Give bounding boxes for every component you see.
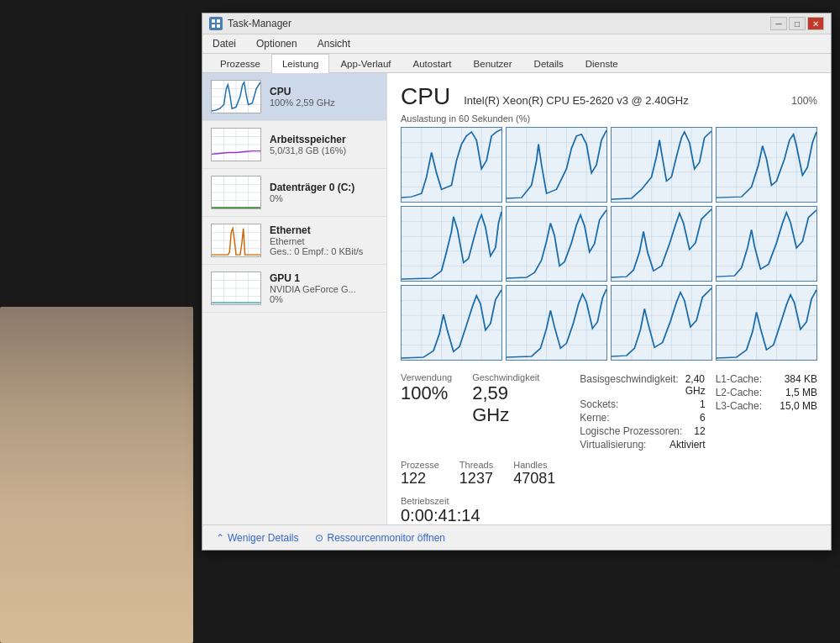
window-title: Task-Manager [228,18,291,29]
logische-key: Logische Prozessoren: [580,425,682,437]
tab-app-verlauf[interactable]: App-Verlauf [329,54,402,73]
l2-val: 1,5 MB [785,387,817,398]
sidebar: CPU 100% 2,59 GHz [202,73,387,530]
verwendung-value: 100% [401,382,452,404]
minimize-button[interactable]: ─ [770,17,787,30]
svg-rect-0 [212,19,215,23]
core-graph-7 [611,206,712,282]
prozesse-value: 122 [401,470,439,488]
sidebar-disk-value: 0% [270,193,378,203]
info-l3: L3-Cache: 15,0 MB [716,399,817,413]
sidebar-disk-info: Datenträger 0 (C:) 0% [270,182,378,203]
info-sockets: Sockets: 1 [580,398,705,411]
sidebar-gpu-label: GPU 1 [270,272,378,284]
info-right: L1-Cache: 384 KB L2-Cache: 1,5 MB L3-Cac… [716,372,817,451]
cpu-max-percent: 100% [791,95,817,107]
menu-optionen[interactable]: Optionen [253,36,301,51]
stat-prozesse: Prozesse 122 [401,460,439,488]
sidebar-cpu-info: CPU 100% 2,59 GHz [270,86,378,108]
logische-val: 12 [694,425,705,437]
svg-rect-2 [212,24,215,28]
sockets-key: Sockets: [580,398,618,410]
l1-val: 384 KB [785,373,817,385]
virtualisierung-key: Virtualisierung: [580,439,646,451]
resource-icon: ⊙ [315,532,323,544]
sidebar-gpu-info: GPU 1 NVIDIA GeForce G... 0% [270,272,378,304]
sidebar-disk-label: Datenträger 0 (C:) [270,182,378,193]
prozesse-label: Prozesse [401,460,439,470]
sidebar-cpu-graph [211,80,261,113]
geschwindigkeit-label: Geschwindigkeit [472,372,539,382]
info-logische: Logische Prozessoren: 12 [580,424,705,438]
l3-val: 15,0 MB [780,400,817,412]
maximize-button[interactable]: □ [789,17,806,30]
less-details-label: Weniger Details [228,532,298,544]
core-graph-3 [611,127,712,203]
sidebar-mem-value: 5,0/31,8 GB (16%) [270,145,378,155]
sidebar-cpu-label: CPU [270,86,378,98]
title-bar: Task-Manager ─ □ ✕ [202,13,831,34]
stat-handles: Handles 47081 [513,460,555,488]
close-button[interactable]: ✕ [807,17,824,30]
menu-datei[interactable]: Datei [209,36,239,51]
betriebszeit-label: Betriebszeit [401,496,817,506]
l3-key: L3-Cache: [716,400,762,412]
taskmanager-window: Task-Manager ─ □ ✕ Datei Optionen Ansich… [202,13,832,551]
info-left: Basisgeschwindigkeit: 2,40 GHz Sockets: … [580,372,705,451]
sidebar-mem-info: Arbeitsspeicher 5,0/31,8 GB (16%) [270,134,378,155]
sidebar-item-memory[interactable]: Arbeitsspeicher 5,0/31,8 GB (16%) [202,121,386,169]
kerne-val: 6 [700,412,706,424]
tab-details[interactable]: Details [523,54,575,73]
l1-key: L1-Cache: [716,373,762,385]
sidebar-gpu-value2: 0% [270,294,378,304]
sidebar-gpu-value1: NVIDIA GeForce G... [270,284,378,294]
l2-key: L2-Cache: [716,387,762,398]
room-background [0,307,193,643]
core-graph-1 [401,127,502,203]
cpu-model: Intel(R) Xeon(R) CPU E5-2620 v3 @ 2.40GH… [464,94,689,107]
core-graph-2 [506,127,607,203]
basis-key: Basisgeschwindigkeit: [580,373,678,397]
betriebszeit-value: 0:00:41:14 [401,506,817,525]
geschwindigkeit-value: 2,59 GHz [472,382,539,426]
core-graph-11 [611,285,712,361]
sockets-val: 1 [700,398,706,410]
info-virtualisierung: Virtualisierung: Aktiviert [580,438,705,451]
sidebar-gpu-graph [211,271,261,305]
stat-verwendung: Verwendung 100% [401,372,452,451]
core-graph-4 [716,127,817,203]
sidebar-mem-label: Arbeitsspeicher [270,134,378,145]
chevron-up-icon: ⌃ [216,532,224,544]
core-graph-8 [716,206,817,282]
tab-dienste[interactable]: Dienste [575,54,629,73]
sidebar-eth-graph [211,224,261,257]
right-panel: CPU Intel(R) Xeon(R) CPU E5-2620 v3 @ 2.… [387,73,831,530]
sidebar-item-cpu[interactable]: CPU 100% 2,59 GHz [202,73,386,121]
info-basisgeschwindigkeit: Basisgeschwindigkeit: 2,40 GHz [580,372,705,398]
sidebar-eth-value2: Ges.: 0 Empf.: 0 KBit/s [270,246,378,256]
tab-autostart[interactable]: Autostart [402,54,463,73]
stat-geschwindigkeit: Geschwindigkeit 2,59 GHz [472,372,539,451]
menu-ansicht[interactable]: Ansicht [314,36,354,51]
graph-label: Auslastung in 60 Sekunden (%) [401,113,817,124]
main-content: CPU 100% 2,59 GHz [202,73,831,530]
sidebar-item-disk[interactable]: Datenträger 0 (C:) 0% [202,169,386,217]
tab-benutzer[interactable]: Benutzer [463,54,523,73]
sidebar-eth-info: Ethernet Ethernet Ges.: 0 Empf.: 0 KBit/… [270,224,378,256]
threads-value: 1237 [459,470,493,488]
sidebar-item-ethernet[interactable]: Ethernet Ethernet Ges.: 0 Empf.: 0 KBit/… [202,217,386,265]
sidebar-mem-graph [211,128,261,161]
less-details-link[interactable]: ⌃ Weniger Details [216,532,298,544]
handles-label: Handles [513,460,555,470]
info-kerne: Kerne: 6 [580,411,705,424]
tab-prozesse[interactable]: Prozesse [209,54,271,73]
basis-val: 2,40 GHz [685,373,706,397]
stats-row-2: Prozesse 122 Threads 1237 Handles 47081 [401,460,817,488]
resource-monitor-link[interactable]: ⊙ Ressourcenmonitor öffnen [315,532,445,544]
svg-rect-3 [217,24,220,28]
cpu-header: CPU Intel(R) Xeon(R) CPU E5-2620 v3 @ 2.… [401,83,817,110]
sidebar-item-gpu[interactable]: GPU 1 NVIDIA GeForce G... 0% [202,265,386,313]
svg-rect-23 [212,207,260,208]
tab-bar: Prozesse Leistung App-Verlauf Autostart … [202,54,831,73]
tab-leistung[interactable]: Leistung [271,54,329,73]
